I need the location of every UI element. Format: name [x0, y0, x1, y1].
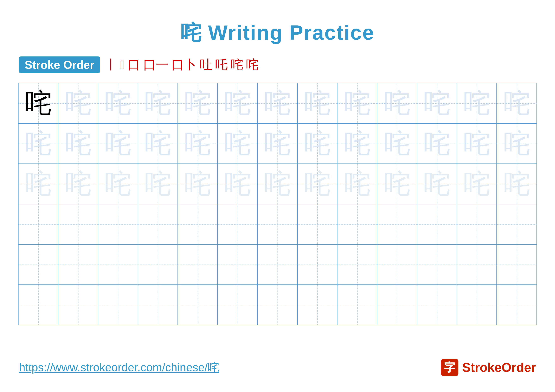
stroke-step-9: 咤	[246, 56, 259, 73]
grid-cell-r4-c2[interactable]	[58, 204, 98, 244]
grid-row-1: 咤 咤 咤 咤 咤 咤 咤 咤 咤	[19, 83, 536, 124]
grid-cell-r2-c10: 咤	[377, 124, 417, 164]
grid-cell-r5-c6[interactable]	[218, 245, 258, 285]
grid-cell-r1-c10: 咤	[377, 83, 417, 123]
grid-cell-r5-c3[interactable]	[98, 245, 138, 285]
char-full: 咤	[25, 85, 52, 121]
grid-cell-r4-c6[interactable]	[218, 204, 258, 244]
stroke-step-3: 口	[128, 56, 140, 73]
grid-row-4	[19, 204, 536, 245]
grid-cell-r5-c4[interactable]	[138, 245, 178, 285]
grid-row-3: 咤 咤 咤 咤 咤 咤 咤 咤 咤	[19, 164, 536, 204]
grid-cell-r4-c10[interactable]	[377, 204, 417, 244]
grid-cell-r3-c13: 咤	[497, 164, 537, 204]
footer-logo: 字 StrokeOrder	[441, 359, 536, 376]
grid-cell-r5-c12[interactable]	[457, 245, 497, 285]
grid-cell-r5-c10[interactable]	[377, 245, 417, 285]
grid-cell-r6-c7[interactable]	[258, 285, 298, 325]
stroke-step-5: 口卜	[171, 56, 197, 73]
grid-cell-r4-c13[interactable]	[497, 204, 537, 244]
grid-cell-r5-c9[interactable]	[337, 245, 377, 285]
grid-cell-r4-c7[interactable]	[258, 204, 298, 244]
grid-cell-r2-c11: 咤	[417, 124, 457, 164]
grid-cell-r4-c4[interactable]	[138, 204, 178, 244]
grid-row-2: 咤 咤 咤 咤 咤 咤 咤 咤 咤	[19, 124, 536, 164]
grid-cell-r4-c1[interactable]	[19, 204, 58, 244]
grid-cell-r4-c9[interactable]	[337, 204, 377, 244]
footer-url[interactable]: https://www.strokeorder.com/chinese/咤	[19, 360, 219, 375]
page-title: 咤 Writing Practice	[181, 19, 374, 47]
grid-cell-r6-c4[interactable]	[138, 285, 178, 325]
stroke-step-1: 丨	[105, 56, 117, 73]
grid-cell-r1-c12: 咤	[457, 83, 497, 123]
grid-cell-r2-c1: 咤	[19, 124, 58, 164]
grid-cell-r1-c5: 咤	[178, 83, 218, 123]
grid-cell-r6-c5[interactable]	[178, 285, 218, 325]
grid-cell-r4-c12[interactable]	[457, 204, 497, 244]
grid-cell-r6-c12[interactable]	[457, 285, 497, 325]
grid-cell-r2-c12: 咤	[457, 124, 497, 164]
grid-row-5	[19, 245, 536, 285]
grid-cell-r3-c5: 咤	[178, 164, 218, 204]
grid-cell-r3-c12: 咤	[457, 164, 497, 204]
grid-cell-r4-c3[interactable]	[98, 204, 138, 244]
grid-cell-r4-c5[interactable]	[178, 204, 218, 244]
stroke-order-badge: Stroke Order	[19, 57, 100, 73]
grid-cell-r2-c7: 咤	[258, 124, 298, 164]
grid-cell-r1-c13: 咤	[497, 83, 537, 123]
grid-cell-r6-c11[interactable]	[417, 285, 457, 325]
grid-cell-r3-c7: 咤	[258, 164, 298, 204]
grid-cell-r3-c8: 咤	[298, 164, 337, 204]
grid-cell-r1-c1: 咤	[19, 83, 58, 123]
grid-cell-r5-c13[interactable]	[497, 245, 537, 285]
stroke-steps: 丨 𠃌 口 口一 口卜 吐 吒 咤 咤	[105, 56, 259, 73]
grid-cell-r4-c11[interactable]	[417, 204, 457, 244]
stroke-order-row: Stroke Order 丨 𠃌 口 口一 口卜 吐 吒 咤 咤	[19, 56, 259, 73]
grid-cell-r1-c7: 咤	[258, 83, 298, 123]
stroke-step-2: 𠃌	[120, 57, 125, 72]
grid-cell-r6-c9[interactable]	[337, 285, 377, 325]
grid-cell-r2-c13: 咤	[497, 124, 537, 164]
grid-cell-r2-c5: 咤	[178, 124, 218, 164]
grid-cell-r5-c1[interactable]	[19, 245, 58, 285]
grid-cell-r5-c11[interactable]	[417, 245, 457, 285]
logo-char: 字	[444, 360, 455, 375]
grid-cell-r1-c6: 咤	[218, 83, 258, 123]
grid-cell-r6-c3[interactable]	[98, 285, 138, 325]
grid-cell-r3-c10: 咤	[377, 164, 417, 204]
grid-cell-r6-c1[interactable]	[19, 285, 58, 325]
grid-cell-r1-c2: 咤	[58, 83, 98, 123]
grid-cell-r3-c11: 咤	[417, 164, 457, 204]
grid-cell-r1-c3: 咤	[98, 83, 138, 123]
grid-cell-r2-c2: 咤	[58, 124, 98, 164]
grid-cell-r3-c4: 咤	[138, 164, 178, 204]
stroke-step-6: 吐	[199, 56, 212, 73]
stroke-step-4: 口一	[143, 56, 168, 73]
grid-cell-r1-c4: 咤	[138, 83, 178, 123]
grid-cell-r5-c2[interactable]	[58, 245, 98, 285]
grid-cell-r6-c10[interactable]	[377, 285, 417, 325]
grid-cell-r6-c13[interactable]	[497, 285, 537, 325]
stroke-step-7: 吒	[215, 56, 228, 73]
grid-cell-r5-c8[interactable]	[298, 245, 337, 285]
grid-cell-r2-c9: 咤	[337, 124, 377, 164]
logo-text: StrokeOrder	[462, 360, 536, 375]
grid-cell-r5-c7[interactable]	[258, 245, 298, 285]
grid-cell-r3-c6: 咤	[218, 164, 258, 204]
stroke-step-8: 咤	[231, 56, 243, 73]
grid-cell-r2-c4: 咤	[138, 124, 178, 164]
grid-cell-r5-c5[interactable]	[178, 245, 218, 285]
grid-cell-r1-c9: 咤	[337, 83, 377, 123]
grid-cell-r6-c6[interactable]	[218, 285, 258, 325]
grid-cell-r1-c8: 咤	[298, 83, 337, 123]
grid-cell-r2-c3: 咤	[98, 124, 138, 164]
grid-cell-r1-c11: 咤	[417, 83, 457, 123]
grid-cell-r6-c8[interactable]	[298, 285, 337, 325]
grid-cell-r6-c2[interactable]	[58, 285, 98, 325]
grid-cell-r2-c6: 咤	[218, 124, 258, 164]
writing-grid: 咤 咤 咤 咤 咤 咤 咤 咤 咤	[18, 83, 537, 325]
grid-cell-r3-c3: 咤	[98, 164, 138, 204]
grid-cell-r3-c9: 咤	[337, 164, 377, 204]
grid-cell-r4-c8[interactable]	[298, 204, 337, 244]
logo-icon: 字	[441, 359, 458, 376]
